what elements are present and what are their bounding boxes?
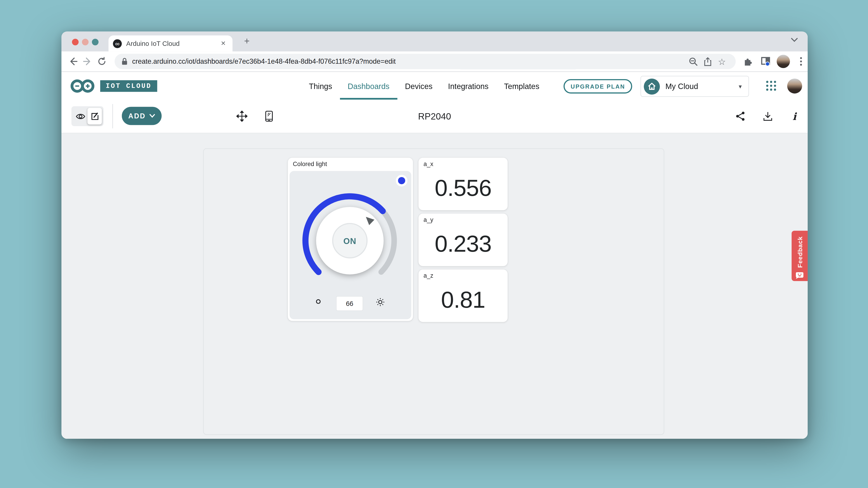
brightness-max-icon[interactable] xyxy=(376,298,385,306)
nav-item-dashboards[interactable]: Dashboards xyxy=(340,72,397,100)
account-avatar[interactable] xyxy=(787,78,802,94)
brightness-min-icon[interactable] xyxy=(315,299,321,304)
brightness-value-input[interactable]: 66 xyxy=(336,296,363,311)
browser-actions xyxy=(741,55,808,68)
colored-light-widget[interactable]: Colored light ON xyxy=(288,158,413,321)
lock-icon xyxy=(121,58,128,65)
extensions-puzzle-icon[interactable] xyxy=(741,55,754,68)
download-report-icon[interactable] xyxy=(758,106,778,126)
app-header: IOT CLOUD Things Dashboards Devices Inte… xyxy=(61,72,808,100)
info-icon[interactable]: i xyxy=(784,106,804,126)
sidepanel-extension-icon[interactable] xyxy=(759,55,772,68)
arduino-brand[interactable]: IOT CLOUD xyxy=(70,72,157,100)
add-widget-button[interactable]: ADD xyxy=(122,107,162,125)
zoom-out-icon[interactable] xyxy=(686,54,700,69)
arrange-widgets-icon[interactable] xyxy=(232,106,252,126)
dashboard-title: RP2040 xyxy=(61,100,808,133)
nav-item-devices[interactable]: Devices xyxy=(397,72,440,100)
value-reading: 0.233 xyxy=(418,221,507,266)
edit-mode-button[interactable] xyxy=(88,108,102,125)
dimmer-dial[interactable] xyxy=(294,185,405,296)
browser-menu-icon[interactable] xyxy=(794,55,808,68)
value-reading: 0.556 xyxy=(418,165,507,210)
value-widget-ax[interactable]: a_x 0.556 xyxy=(418,158,507,210)
feedback-label: Feedback xyxy=(796,236,803,268)
view-mode-toggle xyxy=(71,106,103,126)
brightness-row: 66 xyxy=(289,296,411,312)
nav-item-things[interactable]: Things xyxy=(301,72,340,100)
colored-light-panel: ON 66 xyxy=(289,171,411,319)
value-reading: 0.81 xyxy=(418,277,507,322)
tab-title: Arduino IoT Cloud xyxy=(126,39,218,47)
nav-item-templates[interactable]: Templates xyxy=(496,72,547,100)
feedback-smiley-icon xyxy=(796,272,804,280)
tab-close-icon[interactable]: ✕ xyxy=(219,39,228,48)
new-tab-button[interactable]: + xyxy=(240,34,254,49)
widget-title: Colored light xyxy=(293,160,327,167)
address-bar[interactable]: create.arduino.cc/iot/dashboards/e7ec36b… xyxy=(114,54,736,69)
home-icon xyxy=(644,78,660,94)
toolbar-divider xyxy=(112,104,113,128)
upgrade-plan-button[interactable]: UPGRADE PLAN xyxy=(563,79,632,94)
tab-search-chevron-icon[interactable] xyxy=(791,38,798,42)
add-label: ADD xyxy=(128,112,146,120)
share-dashboard-icon[interactable] xyxy=(730,106,750,126)
arduino-logo-icon xyxy=(70,79,95,93)
nav-item-integrations[interactable]: Integrations xyxy=(440,72,496,100)
iot-cloud-badge: IOT CLOUD xyxy=(100,80,157,92)
browser-tab[interactable]: ∞ Arduino IoT Cloud ✕ xyxy=(108,35,232,52)
edit-pencil-icon xyxy=(90,112,99,121)
share-page-icon[interactable] xyxy=(700,54,715,69)
window-close-button[interactable] xyxy=(72,39,79,45)
bookmark-star-icon[interactable]: ☆ xyxy=(715,54,729,69)
workspace-caret-icon: ▾ xyxy=(739,83,742,90)
eye-icon xyxy=(75,112,85,120)
workspace-name: My Cloud xyxy=(665,82,739,91)
tab-strip: ∞ Arduino IoT Cloud ✕ + xyxy=(61,32,808,52)
window-minimize-button[interactable] xyxy=(82,39,88,45)
dashboard-canvas: Colored light ON xyxy=(203,148,664,435)
browser-profile-avatar[interactable] xyxy=(777,55,790,68)
window-zoom-button[interactable] xyxy=(92,39,98,45)
mobile-preview-icon[interactable] xyxy=(259,106,279,126)
dashboard-toolbar: RP2040 ADD xyxy=(61,100,808,133)
desktop: ∞ Arduino IoT Cloud ✕ + create.arduino. xyxy=(0,0,868,488)
url-text: create.arduino.cc/iot/dashboards/e7ec36b… xyxy=(132,58,686,65)
back-button[interactable] xyxy=(66,54,80,69)
dashboard-content: Colored light ON xyxy=(61,133,808,439)
light-color-indicator[interactable] xyxy=(396,175,407,186)
value-widget-az[interactable]: a_z 0.81 xyxy=(418,269,507,322)
workspace-selector[interactable]: My Cloud ▾ xyxy=(640,76,749,97)
add-chevron-icon xyxy=(150,114,155,118)
feedback-tab[interactable]: Feedback xyxy=(792,231,808,281)
browser-toolbar: create.arduino.cc/iot/dashboards/e7ec36b… xyxy=(61,52,808,72)
apps-grid-icon[interactable] xyxy=(766,80,777,91)
value-widget-ay[interactable]: a_y 0.233 xyxy=(418,214,507,266)
forward-button[interactable] xyxy=(80,54,94,69)
arduino-favicon-icon: ∞ xyxy=(113,39,122,48)
main-nav: Things Dashboards Devices Integrations T… xyxy=(301,72,547,100)
reload-button[interactable] xyxy=(94,54,109,69)
view-mode-button[interactable] xyxy=(73,108,88,125)
browser-window: ∞ Arduino IoT Cloud ✕ + create.arduino. xyxy=(61,32,808,439)
